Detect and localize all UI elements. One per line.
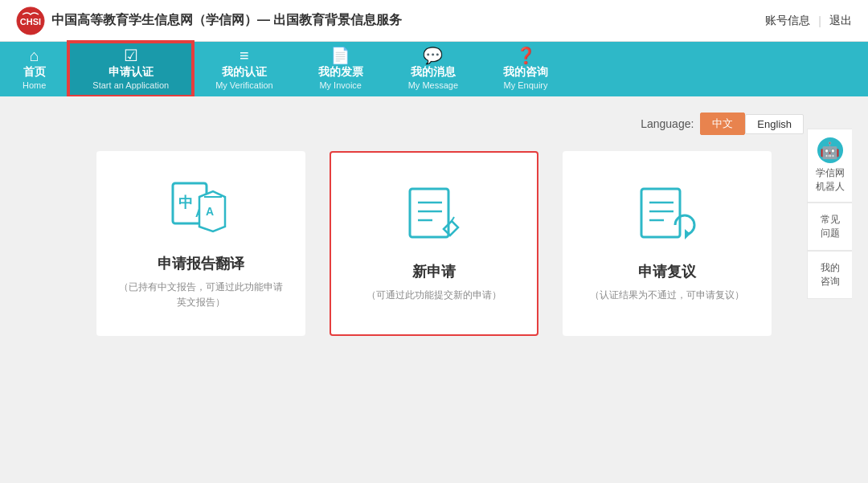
nav-icon-my-invoice: 📄 bbox=[330, 47, 350, 63]
svg-text:CHSI: CHSI bbox=[20, 17, 41, 27]
card-new-application[interactable]: 新申请 （可通过此功能提交新的申请） bbox=[330, 151, 538, 336]
svg-rect-7 bbox=[410, 189, 448, 237]
nav-item-my-message[interactable]: 💬我的消息My Message bbox=[386, 42, 481, 96]
nav-label-en-my-enquiry: My Enquiry bbox=[504, 80, 548, 91]
chsi-logo: CHSI bbox=[16, 6, 45, 35]
logo-area: CHSI 中国高等教育学生信息网（学信网）— 出国教育背景信息服务 bbox=[16, 6, 402, 35]
review-icon bbox=[635, 185, 699, 249]
nav-label-en-my-message: My Message bbox=[408, 80, 458, 91]
robot-avatar: 🤖 bbox=[817, 137, 843, 163]
nav-label-zh-home: 首页 bbox=[23, 65, 46, 79]
nav-label-zh-my-enquiry: 我的咨询 bbox=[503, 65, 548, 79]
nav-item-my-invoice[interactable]: 📄我的发票My Invoice bbox=[296, 42, 386, 96]
card-new-application-title: 新申请 bbox=[412, 262, 456, 281]
card-review-subtitle: （认证结果为不通过，可申请复议） bbox=[590, 288, 744, 303]
card-translation-subtitle: （已持有中文报告，可通过此功能申请英文报告） bbox=[119, 280, 283, 310]
nav-icon-home: ⌂ bbox=[30, 47, 39, 63]
nav-label-en-home: Home bbox=[23, 80, 46, 91]
account-info-link[interactable]: 账号信息 bbox=[765, 14, 810, 28]
nav-label-zh-application: 申请认证 bbox=[108, 65, 154, 79]
nav-item-my-enquiry[interactable]: ❓我的咨询My Enquiry bbox=[481, 42, 571, 96]
svg-text:A: A bbox=[206, 205, 214, 218]
svg-rect-12 bbox=[641, 189, 680, 237]
nav-label-zh-my-message: 我的消息 bbox=[411, 65, 456, 79]
header: CHSI 中国高等教育学生信息网（学信网）— 出国教育背景信息服务 账号信息 |… bbox=[0, 0, 868, 42]
nav-label-en-application: Start an Application bbox=[92, 80, 169, 91]
svg-text:中: 中 bbox=[178, 194, 193, 211]
site-title: 中国高等教育学生信息网（学信网）— 出国教育背景信息服务 bbox=[51, 12, 402, 29]
nav-item-home[interactable]: ⌂首页Home bbox=[0, 42, 68, 96]
nav-label-en-my-verification: My Verification bbox=[215, 80, 273, 91]
sidebar-faq-label: 常见问题 bbox=[821, 213, 840, 240]
cards-container: 中 A A 申请报告翻译 （已持有中文报告，可通过此功能申请英文报告） bbox=[16, 151, 852, 336]
header-divider: | bbox=[818, 14, 821, 27]
sidebar-enquiry-label: 我的咨询 bbox=[821, 261, 840, 289]
card-new-application-subtitle: （可通过此功能提交新的申请） bbox=[366, 288, 502, 303]
logout-link[interactable]: 退出 bbox=[829, 14, 852, 28]
nav-icon-my-message: 💬 bbox=[423, 47, 443, 63]
sidebar-robot-label: 学信网机器人 bbox=[816, 166, 845, 194]
nav-label-zh-my-verification: 我的认证 bbox=[222, 65, 267, 79]
sidebar-faq[interactable]: 常见问题 bbox=[807, 203, 852, 251]
nav-icon-my-verification: ≡ bbox=[240, 47, 249, 63]
nav-label-zh-my-invoice: 我的发票 bbox=[318, 65, 363, 79]
nav-label-en-my-invoice: My Invoice bbox=[319, 80, 362, 91]
card-review[interactable]: 申请复议 （认证结果为不通过，可申请复议） bbox=[563, 151, 772, 336]
nav-item-application[interactable]: ☑申请认证Start an Application bbox=[68, 42, 193, 96]
nav-bar: ⌂首页Home☑申请认证Start an Application≡我的认证My … bbox=[0, 42, 868, 96]
lang-en-button[interactable]: English bbox=[745, 114, 804, 134]
new-application-icon bbox=[402, 185, 466, 249]
content-wrapper: Language: 中文 English 中 A A 申请报告翻译 （已持有中文… bbox=[16, 113, 852, 336]
card-translation[interactable]: 中 A A 申请报告翻译 （已持有中文报告，可通过此功能申请英文报告） bbox=[96, 151, 305, 336]
header-right: 账号信息 | 退出 bbox=[765, 14, 852, 28]
sidebar-enquiry[interactable]: 我的咨询 bbox=[807, 251, 852, 299]
language-bar: Language: 中文 English bbox=[16, 113, 804, 135]
svg-line-11 bbox=[452, 217, 454, 221]
sidebar-robot[interactable]: 🤖 学信网机器人 bbox=[807, 129, 852, 203]
nav-icon-application: ☑ bbox=[124, 47, 138, 63]
lang-zh-button[interactable]: 中文 bbox=[700, 113, 745, 135]
translation-icon: 中 A A bbox=[169, 177, 233, 241]
language-label: Language: bbox=[641, 117, 694, 130]
card-translation-title: 申请报告翻译 bbox=[158, 254, 244, 273]
svg-marker-16 bbox=[685, 229, 690, 239]
nav-item-my-verification[interactable]: ≡我的认证My Verification bbox=[193, 42, 296, 96]
card-review-title: 申请复议 bbox=[638, 262, 696, 281]
sidebar: 🤖 学信网机器人 常见问题 我的咨询 bbox=[807, 129, 852, 299]
main-content: Language: 中文 English 中 A A 申请报告翻译 （已持有中文… bbox=[0, 96, 868, 482]
nav-icon-my-enquiry: ❓ bbox=[516, 47, 536, 63]
